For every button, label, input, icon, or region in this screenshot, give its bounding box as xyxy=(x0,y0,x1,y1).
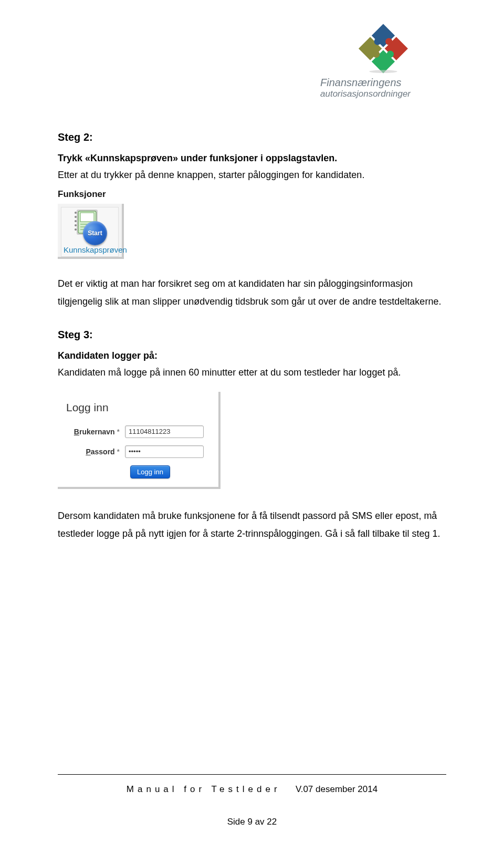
bottom-paragraph: Dersom kandidaten må bruke funksjonene f… xyxy=(58,507,446,543)
footer-manual: Manual for Testleder xyxy=(127,784,281,794)
username-row: Brukernavn * xyxy=(62,425,204,438)
steg3-sub: Kandidaten logger på: xyxy=(58,350,446,361)
funksjoner-heading: Funksjoner xyxy=(58,189,446,200)
svg-point-19 xyxy=(75,228,77,231)
username-label: Brukernavn * xyxy=(62,428,125,436)
password-label: Passord * xyxy=(62,447,125,456)
steg2-title: Steg 2: xyxy=(58,131,446,143)
login-widget: Logg inn Brukernavn * Passord * Logg inn xyxy=(58,392,220,489)
page-footer: Manual for Testleder V.07 desember 2014 … xyxy=(58,774,446,827)
svg-point-18 xyxy=(75,224,77,226)
logo-text-line1: Finansnæringens xyxy=(320,77,446,89)
steg2-desc: Etter at du trykker på denne knappen, st… xyxy=(58,166,446,184)
kunnskapsproven-link-label: Kunnskapsprøven xyxy=(64,245,116,254)
svg-point-17 xyxy=(75,220,77,222)
funksjoner-widget: Funksjoner xyxy=(58,189,446,259)
org-logo-block: Finansnæringens autorisasjonsordninger xyxy=(320,24,446,99)
puzzle-logo-icon xyxy=(357,24,410,74)
steg3-desc: Kandidaten må logge på innen 60 minutter… xyxy=(58,363,446,381)
steg2-sub: Trykk «Kunnskapsprøven» under funksjoner… xyxy=(58,153,446,164)
mid-paragraph: Det er viktig at man har forsikret seg o… xyxy=(58,275,446,310)
funksjoner-panel: Start Kunnskapsprøven xyxy=(58,204,124,259)
login-heading: Logg inn xyxy=(66,401,204,414)
footer-divider xyxy=(58,774,446,775)
svg-point-15 xyxy=(75,212,77,214)
footer-line: Manual for Testleder V.07 desember 2014 xyxy=(58,784,446,795)
logo-text-line2: autorisasjonsordninger xyxy=(320,89,446,99)
start-badge-label: Start xyxy=(88,230,102,237)
username-input[interactable] xyxy=(125,425,204,438)
page-number: Side 9 av 22 xyxy=(58,817,446,827)
password-input[interactable] xyxy=(125,445,204,458)
footer-version: V.07 desember 2014 xyxy=(296,784,377,794)
kunnskapsproven-button[interactable]: Start Kunnskapsprøven xyxy=(61,207,119,257)
login-button[interactable]: Logg inn xyxy=(130,465,170,478)
password-row: Passord * xyxy=(62,445,204,458)
svg-point-8 xyxy=(369,70,397,73)
steg3-title: Steg 3: xyxy=(58,329,446,341)
start-badge-icon: Start xyxy=(83,221,107,245)
svg-rect-11 xyxy=(80,213,94,222)
svg-point-16 xyxy=(75,216,77,218)
